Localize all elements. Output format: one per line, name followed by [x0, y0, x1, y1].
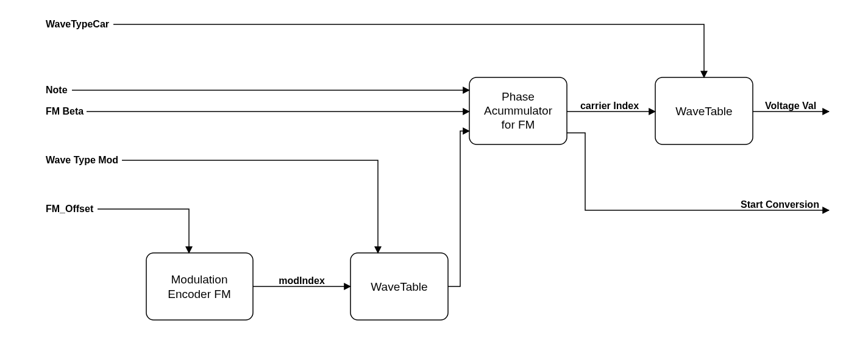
output-startconversion: Start Conversion: [741, 199, 819, 210]
input-fmbeta: FM Beta: [46, 106, 84, 116]
fm-synth-diagram: Modulation Encoder FM WaveTable Phase Ac…: [0, 0, 868, 348]
input-wavetypemod: Wave Type Mod: [46, 155, 118, 165]
input-fmoffset: FM_Offset: [46, 204, 94, 214]
output-voltageval: Voltage Val: [765, 101, 816, 111]
edge-label-modindex: modIndex: [279, 275, 325, 286]
block-phase-accum-line1: Phase: [502, 90, 535, 103]
block-phase-accum-line2: Acummulator: [484, 104, 553, 117]
block-modulation-encoder-line1: Modulation: [171, 273, 228, 286]
input-note: Note: [46, 85, 68, 95]
block-phase-accumulator: Phase Acummulator for FM: [469, 77, 567, 144]
block-wavetable-carrier-label: WaveTable: [675, 105, 732, 118]
edge-wavetypecar-to-wavetable: [113, 24, 704, 77]
edge-wavetypemod-to-wavetable: [122, 160, 378, 253]
block-wavetable-carrier: WaveTable: [655, 77, 753, 144]
block-modulation-encoder: Modulation Encoder FM: [146, 253, 253, 320]
block-phase-accum-line3: for FM: [502, 118, 535, 131]
edge-fmoffset-to-modencoder: [98, 209, 189, 253]
block-wavetable-mod: WaveTable: [350, 253, 448, 320]
input-wavetypecar: WaveTypeCar: [46, 19, 109, 29]
block-wavetable-mod-label: WaveTable: [371, 280, 427, 293]
edge-label-carrierindex: carrier Index: [580, 101, 639, 111]
edge-wavetable-to-phaseaccum: [448, 131, 469, 286]
block-modulation-encoder-line2: Encoder FM: [168, 288, 230, 300]
svg-rect-0: [146, 253, 253, 320]
